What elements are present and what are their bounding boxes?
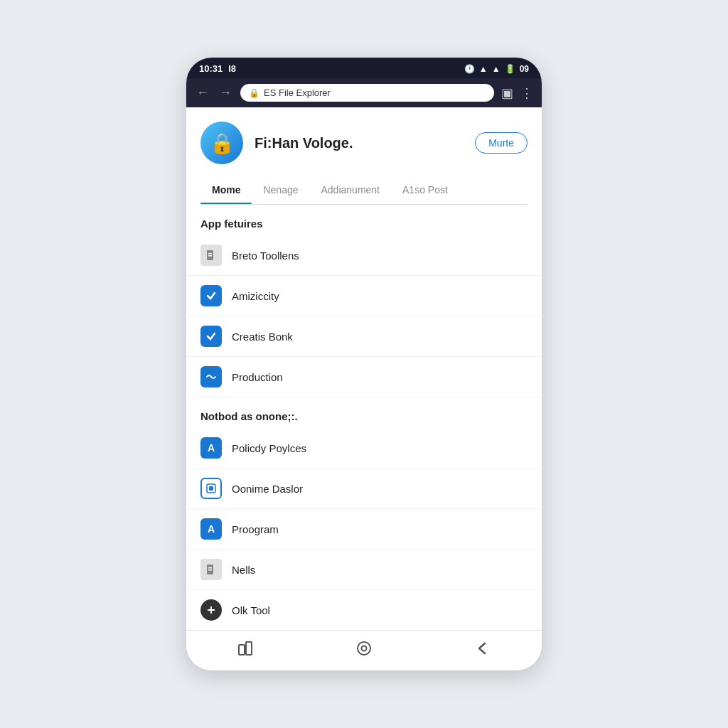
item-label-production: Production <box>232 371 283 383</box>
bottom-nav <box>186 630 542 670</box>
back-nav-icon[interactable] <box>475 641 491 660</box>
item-label-olktool: Olk Tool <box>232 604 270 616</box>
nells-icon <box>200 559 222 580</box>
item-label-creatis: Creatis Bonk <box>232 331 293 343</box>
battery-level: 09 <box>520 64 529 74</box>
menu-icon[interactable]: ⋮ <box>520 85 533 101</box>
square-nav-icon[interactable] <box>237 641 253 660</box>
tab-home[interactable]: Mome <box>200 176 252 204</box>
wave-icon <box>200 366 222 387</box>
svg-point-13 <box>361 646 366 651</box>
svg-rect-7 <box>208 569 212 571</box>
list-item[interactable]: Breto Toollens <box>186 235 542 275</box>
content-area: 🔒 Fi:Han Vologe. Murte Mome Nenage Addia… <box>186 107 542 670</box>
status-bar: 10:31 I8 🕐 ▲ ▲ 🔋 09 <box>186 58 542 78</box>
status-time: 10:31 <box>199 63 223 74</box>
home-nav-icon[interactable] <box>356 641 372 660</box>
file-icon <box>200 245 222 266</box>
tab-addianument[interactable]: Addianument <box>310 176 392 204</box>
list-item[interactable]: A Policdy Poylces <box>186 428 542 468</box>
avatar-icon: 🔒 <box>210 132 235 155</box>
list-item[interactable]: Amiziccity <box>186 276 542 316</box>
wifi-icon: ▲ <box>479 64 488 74</box>
section-title-1: App fetuires <box>186 205 542 235</box>
proogram-icon: A <box>200 518 222 540</box>
url-text: ES File Explorer <box>264 87 486 98</box>
svg-rect-4 <box>209 486 213 491</box>
svg-rect-1 <box>208 253 212 255</box>
svg-rect-10 <box>239 645 245 655</box>
check-icon-2 <box>200 326 222 347</box>
alarm-icon: 🕐 <box>464 64 475 74</box>
back-button[interactable]: ← <box>195 85 210 100</box>
status-notification: I8 <box>228 63 236 74</box>
list-item[interactable]: Olk Tool <box>186 590 542 630</box>
forward-button[interactable]: → <box>218 85 233 100</box>
item-label-breto: Breto Toollens <box>232 250 299 262</box>
item-label-amiziccity: Amiziccity <box>232 290 279 302</box>
list-item[interactable]: A Proogram <box>186 509 542 549</box>
item-label-nells: Nells <box>232 564 255 576</box>
lock-icon: 🔒 <box>249 88 259 98</box>
address-bar[interactable]: 🔒 ES File Explorer <box>240 84 494 102</box>
svg-rect-6 <box>208 567 212 569</box>
list-item[interactable]: Nells <box>186 550 542 589</box>
battery-icon: 🔋 <box>505 64 515 74</box>
check-icon <box>200 285 222 306</box>
item-label-proogram: Proogram <box>232 523 279 535</box>
browser-bar: ← → 🔒 ES File Explorer ▣ ⋮ <box>186 78 542 107</box>
policy-icon: A <box>200 437 222 459</box>
olktool-icon <box>200 599 222 621</box>
svg-point-12 <box>358 642 370 655</box>
svg-rect-11 <box>246 642 252 655</box>
item-label-oonime: Oonime Daslor <box>232 483 303 495</box>
svg-rect-2 <box>208 255 212 257</box>
mute-button[interactable]: Murte <box>475 132 528 154</box>
app-name: Fi:Han Vologe. <box>255 135 464 151</box>
oonime-icon <box>200 478 222 499</box>
status-icons: 🕐 ▲ ▲ 🔋 09 <box>464 64 529 74</box>
list-item[interactable]: Production <box>186 357 542 397</box>
item-label-policy: Policdy Poylces <box>232 442 306 454</box>
tab-switcher-icon[interactable]: ▣ <box>501 85 513 101</box>
list-item[interactable]: Oonime Daslor <box>186 469 542 508</box>
phone-frame: 10:31 I8 🕐 ▲ ▲ 🔋 09 ← → 🔒 ES File Explor… <box>186 58 542 670</box>
tab-alsopost[interactable]: A1so Post <box>391 176 459 204</box>
avatar: 🔒 <box>200 122 243 164</box>
main-content: App fetuires Breto Toollens Amiziccity <box>186 205 542 630</box>
app-profile: 🔒 Fi:Han Vologe. Murte <box>200 122 528 176</box>
tabs: Mome Nenage Addianument A1so Post <box>200 176 528 205</box>
browser-actions: ▣ ⋮ <box>501 85 533 101</box>
tab-manage[interactable]: Nenage <box>252 176 309 204</box>
section-title-2: Notbod as onone;:. <box>186 397 542 428</box>
list-item[interactable]: Creatis Bonk <box>186 316 542 356</box>
app-header: 🔒 Fi:Han Vologe. Murte Mome Nenage Addia… <box>186 107 542 205</box>
signal-icon: ▲ <box>492 64 500 74</box>
